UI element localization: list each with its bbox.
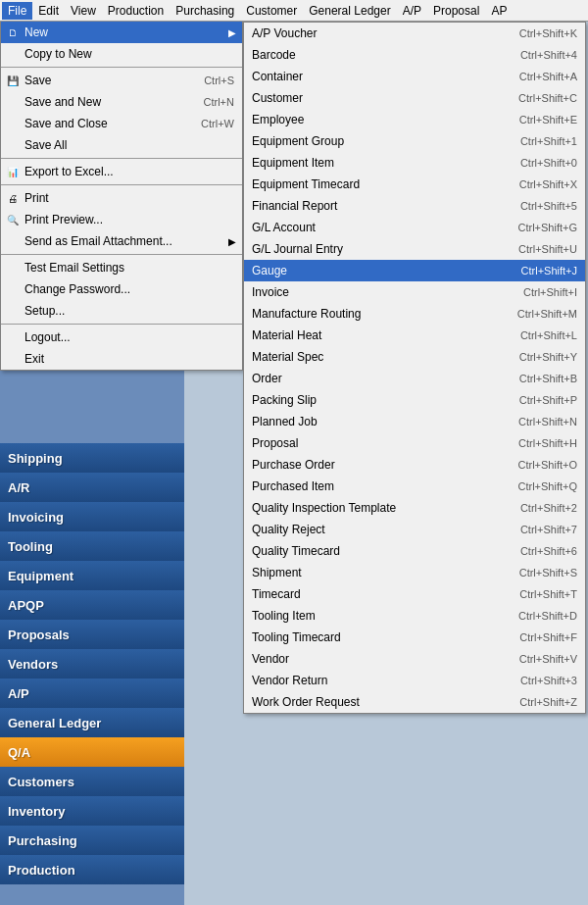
sidebar-item-a-p[interactable]: A/P — [0, 679, 184, 708]
menu-file[interactable]: File — [2, 2, 32, 20]
preview-icon: 🔍 — [5, 212, 21, 227]
file-menu-setup[interactable]: Setup... — [1, 300, 242, 322]
new-submenu-item-16[interactable]: OrderCtrl+Shift+B — [244, 368, 585, 389]
new-submenu-item-2[interactable]: ContainerCtrl+Shift+A — [244, 66, 585, 87]
file-menu-save-and-close[interactable]: Save and Close Ctrl+W — [1, 113, 242, 134]
sidebar-item-tooling[interactable]: Tooling — [0, 531, 184, 561]
separator-5 — [1, 324, 242, 325]
file-menu-exit[interactable]: Exit — [1, 348, 242, 370]
new-submenu: A/P VoucherCtrl+Shift+KBarcodeCtrl+Shift… — [243, 22, 586, 714]
new-submenu-item-21[interactable]: Purchased ItemCtrl+Shift+Q — [244, 476, 585, 497]
menu-general-ledger[interactable]: General Ledger — [303, 2, 396, 20]
new-submenu-item-11[interactable]: GaugeCtrl+Shift+J — [244, 260, 585, 281]
new-submenu-item-27[interactable]: Tooling ItemCtrl+Shift+D — [244, 605, 585, 627]
file-menu-save[interactable]: 💾 Save Ctrl+S — [1, 70, 242, 91]
excel-icon: 📊 — [5, 164, 21, 179]
new-submenu-item-8[interactable]: Financial ReportCtrl+Shift+5 — [244, 195, 585, 217]
file-menu-copy-to-new[interactable]: Copy to New — [1, 43, 242, 65]
menu-customer[interactable]: Customer — [240, 2, 303, 20]
file-menu-print-preview[interactable]: 🔍 Print Preview... — [1, 209, 242, 230]
file-menu-new[interactable]: 🗋 New — [1, 22, 242, 43]
sidebar-item-production[interactable]: Production — [0, 855, 184, 884]
menu-view[interactable]: View — [65, 2, 102, 20]
new-submenu-item-31[interactable]: Work Order RequestCtrl+Shift+Z — [244, 691, 585, 713]
sidebar-item-a-r[interactable]: A/R — [0, 473, 184, 502]
print-icon: 🖨 — [5, 190, 21, 206]
new-submenu-item-6[interactable]: Equipment ItemCtrl+Shift+0 — [244, 152, 585, 174]
sidebar-item-apqp[interactable]: APQP — [0, 590, 184, 620]
new-submenu-item-17[interactable]: Packing SlipCtrl+Shift+P — [244, 389, 585, 411]
file-menu-export[interactable]: 📊 Export to Excel... — [1, 161, 242, 182]
file-menu-change-password[interactable]: Change Password... — [1, 278, 242, 300]
new-submenu-item-5[interactable]: Equipment GroupCtrl+Shift+1 — [244, 130, 585, 152]
new-submenu-item-14[interactable]: Material HeatCtrl+Shift+L — [244, 325, 585, 346]
file-dropdown: 🗋 New Copy to New 💾 Save Ctrl+S Save and… — [0, 22, 243, 371]
sidebar-item-inventory[interactable]: Inventory — [0, 796, 184, 826]
new-submenu-item-24[interactable]: Quality TimecardCtrl+Shift+6 — [244, 540, 585, 562]
sidebar-item-customers[interactable]: Customers — [0, 767, 184, 796]
sidebar-item-shipping[interactable]: Shipping — [0, 443, 184, 473]
file-menu-save-and-new[interactable]: Save and New Ctrl+N — [1, 91, 242, 113]
new-submenu-item-29[interactable]: VendorCtrl+Shift+V — [244, 648, 585, 670]
new-submenu-item-20[interactable]: Purchase OrderCtrl+Shift+O — [244, 454, 585, 476]
new-submenu-item-9[interactable]: G/L AccountCtrl+Shift+G — [244, 217, 585, 238]
sidebar-item-equipment[interactable]: Equipment — [0, 561, 184, 590]
new-submenu-item-15[interactable]: Material SpecCtrl+Shift+Y — [244, 346, 585, 368]
save-icon: 💾 — [5, 73, 21, 88]
separator-1 — [1, 67, 242, 68]
menu-ap2[interactable]: AP — [485, 2, 513, 20]
new-submenu-item-30[interactable]: Vendor ReturnCtrl+Shift+3 — [244, 670, 585, 691]
new-submenu-item-4[interactable]: EmployeeCtrl+Shift+E — [244, 109, 585, 130]
file-menu-print[interactable]: 🖨 Print — [1, 187, 242, 209]
menu-ap[interactable]: A/P — [397, 2, 427, 20]
menu-purchasing[interactable]: Purchasing — [170, 2, 240, 20]
new-submenu-item-28[interactable]: Tooling TimecardCtrl+Shift+F — [244, 627, 585, 648]
new-submenu-item-22[interactable]: Quality Inspection TemplateCtrl+Shift+2 — [244, 497, 585, 519]
new-submenu-item-0[interactable]: A/P VoucherCtrl+Shift+K — [244, 23, 585, 44]
file-menu-logout[interactable]: Logout... — [1, 327, 242, 348]
file-menu-save-all[interactable]: Save All — [1, 134, 242, 156]
new-submenu-item-26[interactable]: TimecardCtrl+Shift+T — [244, 583, 585, 605]
new-submenu-item-25[interactable]: ShipmentCtrl+Shift+S — [244, 562, 585, 583]
sidebar-item-invoicing[interactable]: Invoicing — [0, 502, 184, 531]
menu-edit[interactable]: Edit — [32, 2, 65, 20]
separator-3 — [1, 184, 242, 185]
sidebar-item-general-ledger[interactable]: General Ledger — [0, 708, 184, 737]
menu-proposal[interactable]: Proposal — [427, 2, 485, 20]
new-submenu-item-12[interactable]: InvoiceCtrl+Shift+I — [244, 281, 585, 303]
separator-2 — [1, 158, 242, 159]
menu-bar: File Edit View Production Purchasing Cus… — [0, 0, 588, 22]
new-submenu-item-3[interactable]: CustomerCtrl+Shift+C — [244, 87, 585, 109]
sidebar-item-q-a[interactable]: Q/A — [0, 737, 184, 767]
sidebar-item-proposals[interactable]: Proposals — [0, 620, 184, 649]
new-submenu-item-18[interactable]: Planned JobCtrl+Shift+N — [244, 411, 585, 432]
file-menu-test-email[interactable]: Test Email Settings — [1, 257, 242, 278]
file-menu-send-email[interactable]: Send as Email Attachment... — [1, 230, 242, 252]
new-submenu-item-1[interactable]: BarcodeCtrl+Shift+4 — [244, 44, 585, 66]
new-submenu-item-7[interactable]: Equipment TimecardCtrl+Shift+X — [244, 174, 585, 195]
new-submenu-item-13[interactable]: Manufacture RoutingCtrl+Shift+M — [244, 303, 585, 325]
new-submenu-item-19[interactable]: ProposalCtrl+Shift+H — [244, 432, 585, 454]
menu-production[interactable]: Production — [102, 2, 170, 20]
sidebar-item-vendors[interactable]: Vendors — [0, 649, 184, 679]
new-submenu-item-23[interactable]: Quality RejectCtrl+Shift+7 — [244, 519, 585, 540]
new-submenu-item-10[interactable]: G/L Journal EntryCtrl+Shift+U — [244, 238, 585, 260]
new-icon: 🗋 — [5, 25, 21, 40]
sidebar-item-purchasing[interactable]: Purchasing — [0, 826, 184, 855]
separator-4 — [1, 254, 242, 255]
